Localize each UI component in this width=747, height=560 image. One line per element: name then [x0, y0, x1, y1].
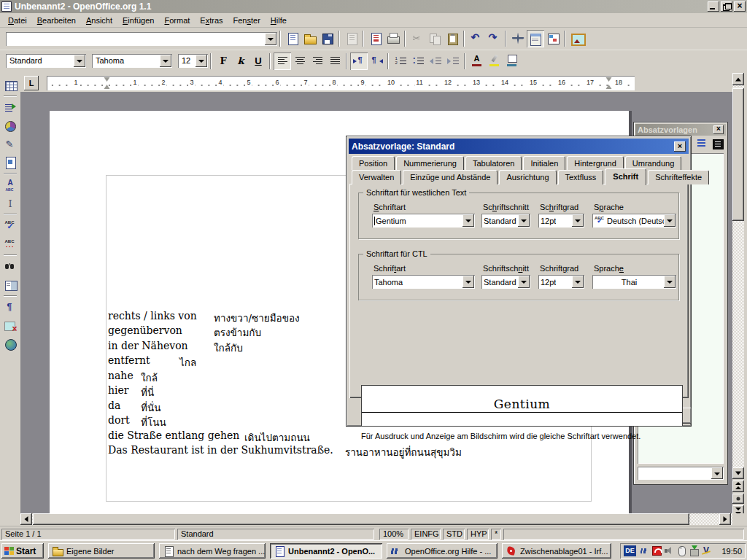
open-document-button[interactable]	[301, 30, 319, 47]
direct-cursor-button[interactable]	[1, 195, 19, 212]
tab-initialen[interactable]: Initialen	[523, 156, 565, 170]
tab-position[interactable]: Position	[352, 156, 395, 170]
draw-functions-button[interactable]	[1, 136, 19, 153]
tab-type-button[interactable]: L	[24, 76, 39, 90]
navigator-button[interactable]	[509, 30, 527, 47]
style-dropdown-icon[interactable]	[74, 55, 85, 67]
url-input[interactable]	[6, 32, 277, 46]
taskbar-clock[interactable]: 19:50	[721, 547, 742, 556]
combo-schriftgrad-0[interactable]: 12pt	[538, 214, 584, 228]
insert-graphics-button[interactable]	[568, 30, 586, 47]
mail-scanner-icon[interactable]	[701, 545, 712, 556]
combo-sprache-1[interactable]: Thai	[592, 275, 676, 289]
font-dropdown-icon[interactable]	[160, 55, 171, 67]
insert-fields-button[interactable]	[1, 99, 19, 117]
dialog-titlebar[interactable]: Absatzvorlage: Standard ×	[349, 139, 689, 154]
data-sources-button[interactable]	[1, 276, 19, 294]
new-document-button[interactable]	[284, 30, 301, 47]
print-file-button[interactable]	[384, 30, 402, 47]
tab-tabulatoren[interactable]: Tabulatoren	[465, 156, 522, 170]
menu-item-einfgen[interactable]: Einfügen	[117, 15, 159, 26]
undo-button[interactable]	[468, 30, 485, 47]
size-dropdown-icon[interactable]	[196, 55, 207, 67]
tab-einzgeundabstnde[interactable]: Einzüge und Abstände	[403, 170, 498, 184]
insert-table-button[interactable]	[1, 77, 19, 94]
document-line[interactable]: naheใกล้	[108, 370, 133, 384]
minimize-icon[interactable]	[708, 1, 719, 12]
horizontal-scroll-thumb[interactable]	[33, 513, 689, 525]
paragraph-style-combo[interactable]: Standard	[6, 54, 86, 68]
scroll-up-icon[interactable]	[732, 73, 744, 85]
auto-spellcheck-button[interactable]	[1, 236, 19, 253]
indent-increase-button[interactable]	[444, 52, 462, 70]
update-icon[interactable]	[689, 545, 700, 556]
volume-icon[interactable]	[664, 545, 675, 556]
right-indent-marker[interactable]	[606, 77, 613, 89]
dropdown-icon[interactable]	[518, 276, 530, 288]
menu-item-extras[interactable]: Extras	[195, 15, 228, 26]
document-line[interactable]: hierที่นี่	[108, 384, 128, 399]
italic-button[interactable]: k	[232, 52, 249, 70]
scroll-down-icon[interactable]	[732, 467, 744, 479]
status-page[interactable]: Seite 1 / 1	[1, 529, 175, 540]
font-name-combo[interactable]: Tahoma	[92, 54, 172, 68]
combo-schriftgrad-1[interactable]: 12pt	[538, 275, 584, 289]
font-size-combo[interactable]: 12	[178, 54, 208, 68]
document-line[interactable]: die Straße entlang gehenเดินไปตามถนน	[108, 429, 239, 444]
navigation-dot-icon[interactable]	[732, 494, 744, 504]
menu-item-datei[interactable]: Datei	[3, 15, 32, 26]
align-right-button[interactable]	[309, 52, 326, 70]
nonprinting-characters-button[interactable]	[1, 299, 19, 316]
paragraph-background-button[interactable]	[503, 52, 521, 70]
export-pdf-button[interactable]	[367, 30, 384, 47]
align-justify-button[interactable]	[326, 52, 344, 70]
redo-button[interactable]	[485, 30, 503, 47]
right-to-left-button[interactable]	[368, 52, 385, 70]
combo-sprache-0[interactable]: Deutsch (Deutsc	[592, 214, 676, 228]
find-replace-button[interactable]	[1, 258, 19, 276]
scroll-right-icon[interactable]	[719, 513, 731, 525]
combo-schriftschnitt-1[interactable]: Standard	[481, 275, 530, 289]
quickstarter-icon[interactable]	[639, 545, 650, 556]
dropdown-icon[interactable]	[462, 276, 474, 288]
document-line[interactable]: daที่นั่น	[108, 400, 120, 414]
online-layout-button[interactable]	[1, 335, 19, 353]
left-to-right-button[interactable]	[350, 52, 368, 70]
document-line[interactable]: gegenübervonตรงข้ามกับ	[108, 324, 182, 339]
status-selection-mode[interactable]: STD	[443, 529, 465, 540]
menu-item-bearbeiten[interactable]: Bearbeiten	[32, 15, 81, 26]
tab-schrift[interactable]: Schrift	[605, 168, 646, 185]
highlighting-button[interactable]	[486, 52, 503, 70]
paste-button[interactable]	[444, 30, 461, 47]
horizontal-ruler[interactable]: 1123456789101112131415161718	[47, 76, 635, 90]
tab-ausrichtung[interactable]: Ausrichtung	[499, 170, 556, 184]
autotext-button[interactable]	[1, 176, 19, 194]
left-indent-marker[interactable]	[104, 77, 111, 89]
align-center-button[interactable]	[291, 52, 309, 70]
style-filter-combo[interactable]	[638, 467, 724, 480]
insert-object-button[interactable]	[1, 117, 19, 135]
start-button[interactable]: Start	[1, 543, 44, 559]
dropdown-icon[interactable]	[572, 276, 584, 288]
bullets-button[interactable]	[409, 52, 427, 70]
numbering-button[interactable]	[392, 52, 409, 70]
spellcheck-button[interactable]	[1, 217, 19, 235]
form-functions-button[interactable]	[1, 154, 19, 171]
fill-format-mode-icon[interactable]	[711, 138, 724, 149]
align-left-button[interactable]	[274, 52, 291, 70]
taskbar-window-5[interactable]: Zwischenablage01 - Irf...	[502, 543, 611, 559]
status-insert-mode[interactable]: EINFG	[411, 529, 441, 540]
document-line[interactable]: entferntไกล	[108, 354, 150, 369]
url-field[interactable]	[6, 32, 277, 46]
antivirus-icon[interactable]	[651, 545, 662, 556]
taskbar-window-1[interactable]: Eigene Bilder	[48, 543, 155, 559]
gallery-button[interactable]	[544, 30, 562, 47]
window-titlebar[interactable]: Unbenannt2 - OpenOffice.org 1.1	[0, 0, 747, 13]
mouse-icon[interactable]	[676, 545, 687, 556]
underline-button[interactable]: U	[249, 52, 267, 70]
menu-item-hilfe[interactable]: Hilfe	[266, 15, 292, 26]
status-zoom[interactable]: 100%	[379, 529, 409, 540]
font-color-button[interactable]	[468, 52, 486, 70]
status-page-style[interactable]: Standard	[177, 529, 374, 540]
document-line[interactable]: rechts / links vonทางขวา/ซายมือของ	[108, 310, 197, 324]
